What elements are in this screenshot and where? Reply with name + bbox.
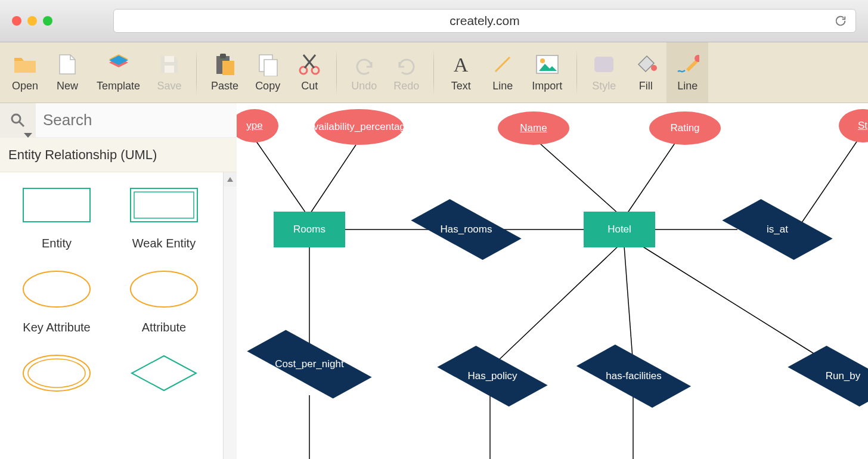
svg-rect-13 [594,57,613,72]
svg-rect-0 [165,56,174,62]
attribute-label: Name [520,122,547,134]
svg-line-34 [624,246,633,365]
bucket-icon [634,52,658,76]
relation-cost[interactable]: Cost_per_night [249,337,370,392]
palette-body: Entity Weak Entity Key Attribute [0,172,237,459]
redo-button: Redo [385,42,427,103]
open-button[interactable]: Open [4,42,46,103]
toolbar: Open New Template Save Paste Copy [0,42,868,103]
shape-multi-attribute[interactable] [6,352,107,394]
svg-point-22 [131,271,197,307]
entity-label: Rooms [293,224,326,235]
relation-label: Has_policy [467,370,517,382]
entity-shape-icon [18,184,95,226]
save-icon [157,52,181,76]
svg-point-23 [23,355,90,391]
shape-attribute[interactable]: Attribute [113,268,215,334]
text-button[interactable]: A Text [440,42,482,103]
attribute-label: Availability_percentage [307,121,411,133]
import-button[interactable]: Import [523,42,571,103]
palette-header[interactable]: Entity Relationship (UML) [0,138,237,172]
fill-label: Fill [639,80,653,92]
undo-button: Undo [343,42,385,103]
pencil-icon [675,52,699,76]
svg-point-16 [12,114,20,123]
search-input[interactable] [36,110,215,130]
fill-button[interactable]: Fill [625,42,666,103]
new-button[interactable]: New [46,42,88,103]
attribute-name[interactable]: Name [498,111,569,145]
text-icon: A [449,52,473,76]
undo-icon [352,52,376,76]
relation-has-policy[interactable]: Has_policy [442,349,543,404]
svg-line-10 [495,57,510,72]
save-label: Save [157,80,182,92]
entity-hotel[interactable]: Hotel [584,212,655,247]
svg-point-24 [28,359,85,387]
shape-relationship[interactable] [113,352,215,394]
svg-line-26 [308,145,356,216]
svg-point-7 [300,67,307,74]
line-label: Line [492,80,513,92]
multi-attribute-shape-icon [18,352,95,394]
redo-label: Redo [393,80,419,92]
maximize-window-button[interactable] [43,16,52,26]
shape-label: Weak Entity [132,237,196,250]
relation-label: Cost_per_night [275,358,343,370]
svg-rect-3 [220,54,226,58]
shape-weak-entity[interactable]: Weak Entity [113,184,215,250]
toolbar-separator [336,49,337,95]
address-bar[interactable]: creately.com [113,9,856,33]
weak-entity-shape-icon [125,184,203,226]
workspace: Entity Relationship (UML) Entity [0,103,868,459]
palette-scrollbar[interactable] [223,172,237,459]
relation-label: is_at [767,224,788,235]
paste-label: Paste [211,80,238,92]
relation-has-rooms[interactable]: Has_rooms [416,202,517,257]
relation-is-at[interactable]: is_at [727,202,828,257]
entity-rooms[interactable]: Rooms [274,212,345,247]
line-style-button[interactable]: Line [666,42,708,103]
folder-icon [13,52,37,76]
canvas[interactable]: ype Availability_percentage Name Rating … [237,103,868,459]
minimize-window-button[interactable] [27,16,37,26]
copy-label: Copy [255,80,280,92]
template-button[interactable]: Template [88,42,148,103]
close-window-button[interactable] [12,16,21,26]
copy-button[interactable]: Copy [247,42,289,103]
scroll-up-icon[interactable] [224,172,237,187]
line-icon [491,52,514,76]
line-button[interactable]: Line [482,42,523,103]
shape-key-attribute[interactable]: Key Attribute [6,268,107,334]
search-row [0,103,237,138]
clipboard-icon [213,52,237,76]
paste-button[interactable]: Paste [203,42,247,103]
file-icon [55,52,79,76]
attribute-label: Rating [670,122,699,134]
copy-icon [256,52,280,76]
relation-has-facilities[interactable]: has-facilities [580,349,687,404]
shape-label: Attribute [142,321,186,334]
attribute-rating[interactable]: Rating [649,111,721,145]
relation-run-by[interactable]: Run_by [792,349,868,404]
save-button: Save [148,42,190,103]
shape-entity[interactable]: Entity [6,184,107,250]
toolbar-separator [433,49,434,95]
attribute-type[interactable]: ype [237,109,278,142]
key-attribute-shape-icon [18,268,95,310]
attribute-label: ype [246,120,262,132]
svg-line-25 [255,139,308,216]
shape-label: Entity [42,237,72,250]
svg-line-35 [642,246,833,365]
cut-button[interactable]: Cut [289,42,330,103]
refresh-icon[interactable] [834,14,847,27]
attribute-availability[interactable]: Availability_percentage [314,109,404,145]
attribute-st[interactable]: St [839,109,868,142]
svg-point-21 [23,271,90,307]
svg-point-12 [540,58,545,63]
relation-label: has-facilities [606,370,662,382]
search-toggle[interactable] [0,103,36,138]
relation-label: Run_by [826,370,861,382]
browser-chrome: creately.com [0,0,868,42]
address-text: creately.com [450,14,519,28]
